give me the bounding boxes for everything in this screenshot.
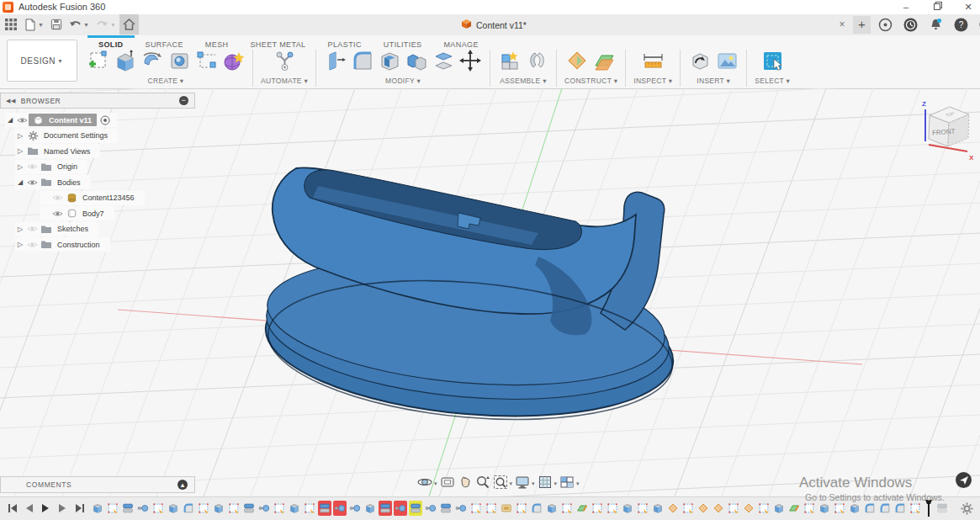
collapse-arrow-icon[interactable]: ◢ (5, 116, 15, 124)
canvas-button[interactable] (715, 50, 739, 74)
visibility-eye-icon[interactable] (25, 162, 39, 171)
browser-row-named-views[interactable]: ▷Named Views (15, 144, 100, 158)
timeline-feature-sketch[interactable] (833, 501, 846, 516)
document-tab[interactable]: Content v11* (461, 16, 527, 34)
timeline-feature-sketch[interactable] (485, 501, 498, 516)
comments-expand-icon[interactable]: ▴ (177, 480, 188, 490)
timeline-feature-joint[interactable] (136, 501, 150, 516)
timeline-feature-joint[interactable] (454, 501, 468, 516)
ribbon-group-label[interactable]: CONSTRUCT ▾ (564, 77, 617, 85)
create-sketch-button[interactable] (87, 50, 110, 74)
job-status-button[interactable] (900, 14, 921, 34)
timeline-feature-sketch[interactable] (757, 501, 771, 516)
automate-button[interactable] (273, 50, 296, 74)
timeline-step-forward-button[interactable] (57, 501, 68, 515)
timeline-feature-extrude[interactable] (772, 501, 786, 516)
expand-arrow-icon[interactable]: ▷ (15, 226, 25, 233)
timeline-step-back-button[interactable] (24, 501, 34, 515)
expand-arrow-icon[interactable]: ▷ (15, 132, 25, 140)
timeline-feature-plane[interactable] (666, 501, 680, 516)
zoom-button[interactable] (475, 475, 490, 493)
timeline-feature-split-warning[interactable] (409, 501, 422, 516)
new-tab-button[interactable]: + (853, 16, 871, 34)
ribbon-group-label[interactable]: CREATE ▾ (148, 77, 184, 85)
timeline-feature-joint-error[interactable] (333, 501, 347, 516)
timeline-feature-extrude[interactable] (621, 501, 634, 516)
timeline-feature-joint[interactable] (424, 501, 437, 516)
timeline-feature-offset-plane[interactable] (787, 501, 801, 516)
collapse-arrow-icon[interactable]: ◢ (15, 178, 25, 186)
timeline-feature-sketch[interactable] (591, 501, 604, 516)
timeline-feature-fillet[interactable] (530, 501, 543, 516)
browser-row-document-settings[interactable]: ▷Document Settings (15, 129, 118, 143)
timeline-position-marker[interactable] (924, 501, 934, 516)
timeline-feature-extrude[interactable] (91, 501, 104, 516)
timeline-feature-plane[interactable] (712, 501, 725, 516)
timeline-feature-sketch[interactable] (273, 501, 286, 516)
timeline-feature-split-error[interactable] (318, 501, 331, 516)
grid-settings-button[interactable]: ▾ (538, 475, 558, 493)
browser-row-content-v11[interactable]: ◢Content v11 (5, 113, 117, 127)
timeline-feature-split-rolled-back[interactable] (935, 501, 949, 516)
pattern-button[interactable] (194, 50, 218, 74)
browser-row-origin[interactable]: ▷Origin (15, 160, 87, 174)
expand-arrow-icon[interactable]: ▷ (15, 147, 25, 155)
notifications-button[interactable] (925, 14, 946, 34)
insert-derive-button[interactable] (688, 50, 712, 74)
timeline-settings-gear-icon[interactable] (961, 502, 973, 518)
orbit-button[interactable]: ▾ (417, 475, 437, 493)
viewports-button[interactable]: ▾ (559, 475, 580, 493)
ribbon-group-label[interactable]: INSERT ▾ (697, 77, 730, 85)
timeline-skip-start-button[interactable] (7, 501, 18, 515)
timeline-feature-sketch[interactable] (469, 501, 483, 516)
offset-plane-button[interactable] (593, 50, 617, 74)
select-button[interactable] (760, 50, 784, 74)
close-button[interactable]: ✕ (956, 0, 980, 13)
ribbon-group-label[interactable]: INSPECT ▾ (633, 77, 672, 85)
timeline-feature-joint[interactable] (348, 501, 362, 516)
look-at-button[interactable] (440, 475, 455, 493)
timeline-feature-sketch[interactable] (515, 501, 528, 516)
app-launcher-button[interactable] (2, 14, 21, 34)
hole-button[interactable] (167, 50, 191, 74)
restore-button[interactable] (925, 0, 951, 13)
view-cube[interactable]: Z X FRONT TOP (915, 93, 977, 163)
revolve-button[interactable] (140, 50, 164, 74)
save-button[interactable] (47, 14, 66, 34)
construction-plane-button[interactable] (566, 50, 590, 74)
design-workspace-button[interactable]: DESIGN ▼ (7, 40, 77, 82)
visibility-eye-icon[interactable] (25, 225, 39, 233)
browser-minimize-icon[interactable]: − (179, 96, 188, 105)
timeline-feature-sketch[interactable] (681, 501, 695, 516)
timeline-feature-sketch[interactable] (803, 501, 816, 516)
timeline-feature-extrude[interactable] (363, 501, 377, 516)
visibility-eye-icon[interactable] (25, 241, 39, 249)
tab-utilities[interactable]: UTILITIES (373, 35, 433, 49)
timeline-feature-joint[interactable] (257, 501, 271, 516)
timeline-feature-emboss[interactable] (500, 501, 513, 516)
timeline-feature-sketch[interactable] (606, 501, 619, 516)
timeline-play-button[interactable] (40, 501, 51, 515)
ribbon-group-label[interactable]: AUTOMATE ▾ (261, 77, 308, 85)
new-component-button[interactable] (498, 50, 522, 74)
visibility-eye-icon[interactable] (50, 210, 64, 218)
document-close-icon[interactable]: × (834, 17, 850, 32)
tab-sheet-metal[interactable]: SHEET METAL (239, 35, 316, 49)
timeline-feature-fillet[interactable] (863, 501, 877, 516)
timeline-feature-extrude[interactable] (545, 501, 559, 516)
ribbon-group-label[interactable]: SELECT ▾ (755, 77, 790, 85)
timeline-feature-extrude[interactable] (288, 501, 301, 516)
ribbon-group-label[interactable]: MODIFY ▾ (385, 77, 421, 85)
fillet-button[interactable] (351, 50, 374, 74)
comments-panel[interactable]: COMMENTS ▴ (0, 476, 195, 493)
expand-arrow-icon[interactable]: ▷ (15, 241, 25, 248)
home-button[interactable] (119, 14, 139, 34)
undo-button[interactable]: ▼ (66, 14, 93, 34)
redo-button[interactable]: ▼ (93, 14, 119, 34)
visibility-eye-icon[interactable] (50, 194, 64, 202)
expand-arrow-icon[interactable]: ▷ (15, 163, 25, 171)
tab-surface[interactable]: SURFACE (135, 35, 194, 49)
activate-component-radio[interactable] (100, 115, 110, 125)
feedback-button[interactable] (956, 472, 972, 488)
timeline-feature-sketch[interactable] (303, 501, 316, 516)
